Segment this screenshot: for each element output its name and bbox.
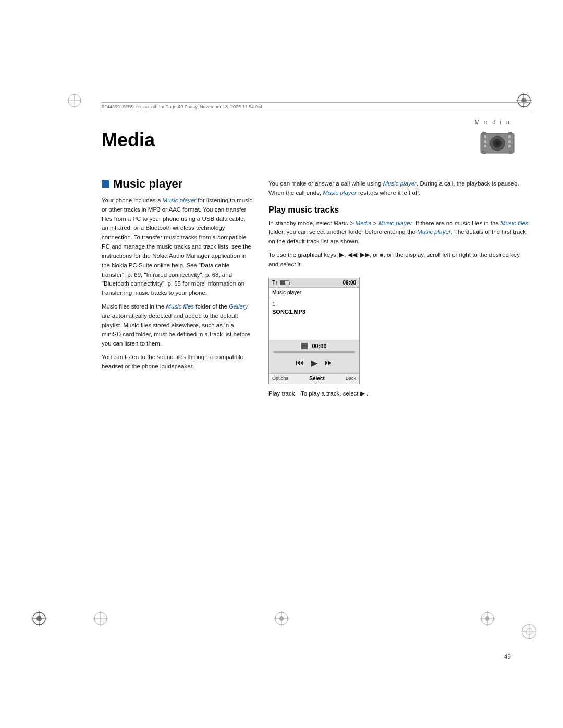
svg-rect-38 [508,140,511,143]
svg-rect-28 [508,132,512,135]
phone-play-btn[interactable]: ▶ [311,358,317,368]
left-column-text: Your phone includes a Music player for l… [102,196,253,372]
svg-rect-37 [508,135,511,138]
blue-square [102,180,109,188]
right-column-top-text: You can make or answer a call while usin… [268,179,532,198]
svg-point-33 [495,141,499,145]
link-music-player-3: Music player [323,190,357,196]
chapter-title-area: Media [102,129,155,151]
phone-stop-icon [301,343,308,349]
phone-softkey-left[interactable]: Options [272,376,288,381]
link-music-player-2: Music player [383,180,417,187]
phone-forward-btn[interactable]: ⏭ [325,358,333,367]
svg-rect-34 [484,135,486,138]
phone-track-number: 1. [272,301,356,307]
chapter-title: Media [102,129,155,151]
svg-rect-35 [484,140,486,143]
crosshair-bottom-right-2 [521,624,537,639]
header-text: 9244299_6265_en_au_oth.fm Page 49 Friday… [102,102,532,112]
right-column: You can make or answer a call while usin… [268,177,532,399]
svg-rect-27 [482,132,486,135]
content-area: Music player Your phone includes a Music… [102,177,532,399]
phone-track-name: SONG1.MP3 [272,309,356,315]
link-music-player-5: Music player [417,229,451,235]
left-column: Music player Your phone includes a Music… [102,177,253,399]
phone-softkeys: Options Select Back [269,373,359,384]
svg-rect-29 [482,151,486,154]
phone-track-content: 1. SONG1.MP3 [269,298,359,340]
play-music-tracks-heading: Play music tracks [268,205,532,215]
phone-time-display: 00:00 [312,343,326,349]
phone-progress-bar [273,351,355,353]
crosshair-bottom-right-1 [480,611,495,626]
phone-time: 09:00 [342,280,356,286]
crosshair-bottom-left-1 [31,611,47,626]
phone-progress-controls: 00:00 ⏮ ▶ ⏭ [269,340,359,373]
play-music-tracks-text: In standby mode, select Menu > Media > M… [268,219,532,269]
phone-app-name: Music player [269,288,359,298]
play-track-note: Play track—To play a track, select ▶ . [268,389,532,399]
svg-rect-30 [508,151,512,154]
svg-rect-36 [484,145,486,147]
phone-status-bar: T↑ 09:00 [269,278,359,288]
section-title-music-player: Music player [113,177,182,191]
link-gallery: Gallery [229,303,248,310]
crosshair-bottom-left-2 [93,611,108,626]
page: 9244299_6265_en_au_oth.fm Page 49 Friday… [0,0,563,728]
svg-rect-39 [508,145,511,147]
link-music-player-4: Music player [378,220,412,226]
phone-softkey-center[interactable]: Select [309,376,324,381]
media-label-top: M e d i a [475,119,511,125]
header-rule-bottom [102,112,532,112]
phone-rewind-btn[interactable]: ⏮ [296,358,304,367]
link-music-player-1: Music player [163,197,197,203]
link-media: Media [356,220,372,226]
crosshair-bottom-center [274,611,289,626]
page-number: 49 [504,653,511,660]
crosshair-top-left [67,93,82,108]
phone-controls: ⏮ ▶ ⏭ [273,356,355,370]
phone-mockup: T↑ 09:00 Music player 1. [268,278,360,384]
link-music-files-1: Music files [166,303,194,310]
phone-signal: T↑ [272,280,278,286]
link-music-files-2: Music files [500,220,529,226]
phone-softkey-right[interactable]: Back [346,376,356,381]
music-player-heading: Music player [102,177,253,191]
camera-icon [480,129,516,158]
